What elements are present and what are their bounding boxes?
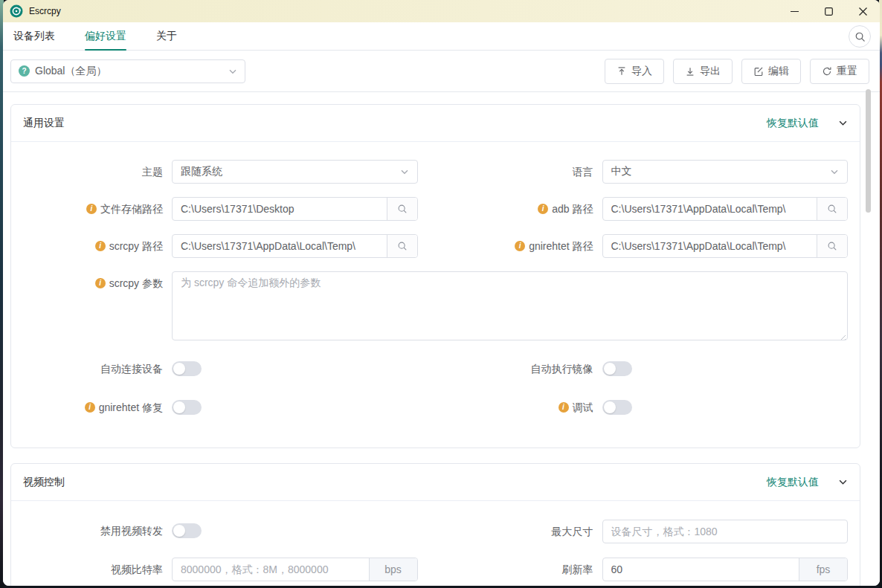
language-select[interactable]: 中文 <box>602 160 849 184</box>
form-item-adb-path: iadb 路径 <box>454 197 849 221</box>
close-button[interactable] <box>846 0 880 22</box>
search-icon <box>397 204 408 214</box>
info-icon: i <box>85 402 95 413</box>
edit-button[interactable]: 编辑 <box>741 59 801 84</box>
fps-label: 刷新率 <box>562 558 593 581</box>
gnirehtet-path-input[interactable] <box>611 240 809 252</box>
export-button-label: 导出 <box>700 65 721 78</box>
scrcpy-args-textarea[interactable] <box>172 271 848 340</box>
debug-label: 调试 <box>573 395 593 419</box>
info-icon: i <box>86 204 97 214</box>
form-item-auto-connect: 自动连接设备 <box>23 357 418 381</box>
window-title: Escrcpy <box>29 6 777 16</box>
edit-icon <box>753 66 764 77</box>
form-item-disable-video: 禁用视频转发 <box>23 519 418 543</box>
restore-defaults-link[interactable]: 恢复默认值 <box>767 476 819 489</box>
chevron-down-icon <box>228 67 237 76</box>
maximize-button[interactable] <box>811 0 846 22</box>
bitrate-input[interactable] <box>181 563 361 575</box>
download-icon <box>685 66 695 77</box>
max-size-input[interactable] <box>611 526 840 537</box>
file-path-browse-button[interactable] <box>387 198 417 220</box>
disable-video-label: 禁用视频转发 <box>100 519 163 543</box>
tab-about[interactable]: 关于 <box>156 22 177 50</box>
chevron-down-icon <box>400 167 409 176</box>
search-icon <box>827 204 837 214</box>
gnirehtet-fix-label: gnirehtet 修复 <box>99 395 163 419</box>
theme-select[interactable]: 跟随系统 <box>172 160 418 184</box>
info-icon: i <box>559 402 569 413</box>
max-size-label: 最大尺寸 <box>552 520 593 543</box>
form-item-debug: i调试 <box>454 395 849 419</box>
collapse-chevron-icon[interactable] <box>838 118 848 128</box>
scrcpy-path-input[interactable] <box>181 240 379 252</box>
form-item-language: 语言 中文 <box>454 160 849 184</box>
upload-icon <box>617 66 627 77</box>
gnirehtet-path-label: gnirehtet 路径 <box>529 234 593 258</box>
search-icon <box>397 241 408 251</box>
section-general-header[interactable]: 通用设置 恢复默认值 <box>11 105 860 142</box>
restore-defaults-link[interactable]: 恢复默认值 <box>767 117 819 130</box>
gnirehtet-path-browse-button[interactable] <box>817 235 847 257</box>
form-item-gnirehtet-path: ignirehtet 路径 <box>454 234 849 258</box>
auto-connect-label: 自动连接设备 <box>100 357 163 381</box>
tab-preferences-label: 偏好设置 <box>85 30 126 43</box>
reset-button[interactable]: 重置 <box>810 59 869 84</box>
maximize-icon <box>825 7 833 16</box>
form-item-scrcpy-path: iscrcpy 路径 <box>23 234 418 258</box>
auto-mirror-label: 自动执行镜像 <box>531 357 593 381</box>
form-item-scrcpy-args: iscrcpy 参数 <box>23 271 848 343</box>
form-item-theme: 主题 跟随系统 <box>23 160 418 184</box>
language-select-value: 中文 <box>611 165 831 178</box>
info-icon: i <box>515 241 525 251</box>
export-button[interactable]: 导出 <box>673 59 733 84</box>
scope-select[interactable]: ? Global（全局） <box>10 59 245 83</box>
preferences-toolbar: ? Global（全局） 导入 导出 编辑 重置 <box>3 51 880 92</box>
section-video-body: 禁用视频转发 最大尺寸 视频比特率 bps <box>11 501 860 586</box>
language-label: 语言 <box>573 160 593 184</box>
search-button[interactable] <box>849 25 871 48</box>
edit-button-label: 编辑 <box>768 65 789 78</box>
settings-scroll-area[interactable]: 通用设置 恢复默认值 主题 跟随系统 语言 中文 <box>3 92 880 586</box>
adb-path-browse-button[interactable] <box>817 198 847 220</box>
section-title: 通用设置 <box>23 117 65 130</box>
import-button[interactable]: 导入 <box>605 59 664 84</box>
section-video: 视频控制 恢复默认值 禁用视频转发 最大尺寸 <box>10 463 860 586</box>
window-titlebar: Escrcpy <box>3 0 880 22</box>
collapse-chevron-icon[interactable] <box>838 477 848 487</box>
refresh-icon <box>822 66 832 77</box>
file-path-label: 文件存储路径 <box>100 197 163 221</box>
disable-video-switch[interactable] <box>172 523 202 538</box>
scrcpy-path-browse-button[interactable] <box>387 235 417 257</box>
form-item-auto-mirror: 自动执行镜像 <box>454 357 849 381</box>
auto-mirror-switch[interactable] <box>602 361 632 376</box>
debug-switch[interactable] <box>602 400 632 415</box>
search-icon <box>854 31 866 42</box>
gnirehtet-fix-switch[interactable] <box>172 400 202 415</box>
info-icon: i <box>538 204 548 214</box>
tab-bar: 设备列表 偏好设置 关于 <box>3 22 880 51</box>
file-path-input[interactable] <box>181 203 379 215</box>
theme-select-value: 跟随系统 <box>181 165 400 178</box>
scope-select-value: Global（全局） <box>35 65 223 78</box>
form-item-gnirehtet-fix: ignirehtet 修复 <box>23 395 418 419</box>
scrcpy-path-label: scrcpy 路径 <box>109 234 163 258</box>
close-icon <box>859 7 867 16</box>
section-general: 通用设置 恢复默认值 主题 跟随系统 语言 中文 <box>10 104 860 448</box>
section-title: 视频控制 <box>23 476 65 489</box>
tab-device-list[interactable]: 设备列表 <box>13 22 55 50</box>
section-video-header[interactable]: 视频控制 恢复默认值 <box>11 464 860 501</box>
form-item-file-path: i文件存储路径 <box>23 197 418 221</box>
auto-connect-switch[interactable] <box>172 361 202 376</box>
tab-device-list-label: 设备列表 <box>13 30 55 43</box>
info-icon: i <box>95 241 106 251</box>
tab-preferences[interactable]: 偏好设置 <box>85 22 126 50</box>
fps-unit: fps <box>799 558 847 581</box>
fps-input[interactable] <box>611 563 791 575</box>
scrollbar-thumb[interactable] <box>866 89 871 213</box>
adb-path-input[interactable] <box>611 203 809 215</box>
minimize-button[interactable] <box>777 0 811 22</box>
info-icon: i <box>95 278 106 288</box>
section-general-body: 主题 跟随系统 语言 中文 i文件存储路径 <box>11 142 860 448</box>
adb-path-label: adb 路径 <box>552 197 593 221</box>
